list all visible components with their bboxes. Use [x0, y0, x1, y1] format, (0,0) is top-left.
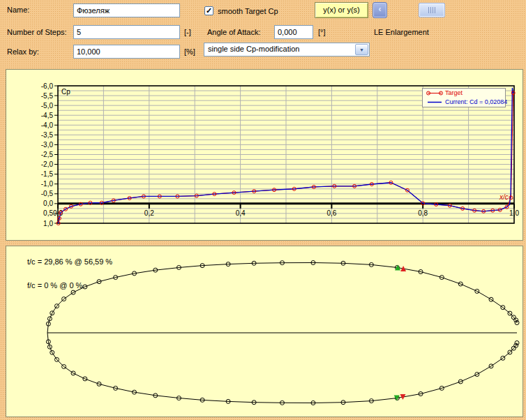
steps-input[interactable]: [73, 25, 180, 39]
chevron-left-icon: ‹: [379, 4, 382, 14]
svg-text:-4,0: -4,0: [41, 121, 54, 129]
smooth-target-cp-checkbox[interactable]: ✓: [204, 6, 213, 15]
relax-label: Relax by:: [7, 47, 39, 56]
svg-text:0,0: 0,0: [43, 200, 53, 207]
current-symbol-icon: [426, 100, 444, 105]
relax-input[interactable]: [73, 45, 180, 59]
inverse-design-window: Name: ✓ smooth Target Cp y(x) or y(s) ‹ …: [0, 0, 526, 420]
smooth-target-cp-label: smooth Target Cp: [218, 7, 278, 15]
steps-label: Number of Steps:: [7, 28, 67, 36]
cp-modification-dropdown[interactable]: single side Cp-modification ▼: [204, 43, 370, 57]
svg-text:0,8: 0,8: [418, 209, 428, 217]
chevron-down-icon: ▼: [359, 47, 364, 52]
yx-or-ys-button[interactable]: y(x) or y(s): [315, 2, 368, 18]
grip-icon: [428, 7, 436, 13]
legend-target-row: Target: [423, 89, 505, 98]
svg-text:-5,5: -5,5: [41, 92, 54, 100]
dropdown-button[interactable]: ▼: [355, 44, 368, 55]
airfoil-panel: t/c = 29,86 % @ 56,59 % f/c = 0 % @ 0 %: [6, 246, 523, 417]
svg-text:Cp: Cp: [61, 88, 70, 96]
svg-text:-2,0: -2,0: [41, 160, 54, 168]
svg-text:0,6: 0,6: [326, 209, 336, 217]
aoa-label: Angle of Attack:: [207, 28, 260, 36]
legend-current-label: Current: Cd = 0,02084: [445, 98, 507, 105]
le-enlargement-slider-button[interactable]: [419, 3, 445, 17]
name-label: Name:: [7, 6, 29, 14]
airfoil-view: [6, 246, 523, 416]
svg-text:-3,0: -3,0: [41, 141, 54, 149]
svg-text:1,0: 1,0: [43, 220, 53, 227]
svg-text:-3,5: -3,5: [41, 131, 54, 139]
steps-unit: [-]: [184, 28, 191, 36]
legend-target-label: Target: [445, 89, 463, 96]
svg-text:-1,0: -1,0: [41, 180, 54, 188]
cp-modification-value: single side Cp-modification: [208, 45, 299, 53]
svg-text:0,5: 0,5: [43, 209, 53, 217]
le-enlargement-label: LE Enlargement: [374, 28, 429, 36]
legend-current-row: Current: Cd = 0,02084: [423, 98, 505, 107]
cp-plot-panel: -6,0-5,5-5,0-4,5-4,0-3,5-3,0-2,5-2,0-1,5…: [6, 69, 523, 241]
relax-unit: [%]: [184, 47, 195, 56]
target-symbol-icon: [426, 91, 444, 96]
svg-text:-1,5: -1,5: [41, 170, 54, 178]
svg-text:-2,5: -2,5: [41, 151, 54, 158]
cp-legend: Target Current: Cd = 0,02084: [422, 88, 506, 107]
back-button[interactable]: ‹: [373, 2, 387, 18]
name-input[interactable]: [73, 3, 180, 17]
check-icon: ✓: [206, 6, 212, 15]
svg-text:-6,0: -6,0: [41, 82, 54, 90]
svg-text:-4,5: -4,5: [41, 112, 54, 119]
aoa-input[interactable]: [274, 25, 313, 39]
svg-text:-0,5: -0,5: [41, 190, 54, 197]
aoa-unit: [°]: [318, 28, 326, 36]
svg-text:-5,0: -5,0: [41, 102, 54, 110]
svg-text:0,4: 0,4: [236, 209, 246, 217]
svg-text:x/c: x/c: [499, 193, 509, 201]
svg-text:0,2: 0,2: [144, 209, 154, 217]
